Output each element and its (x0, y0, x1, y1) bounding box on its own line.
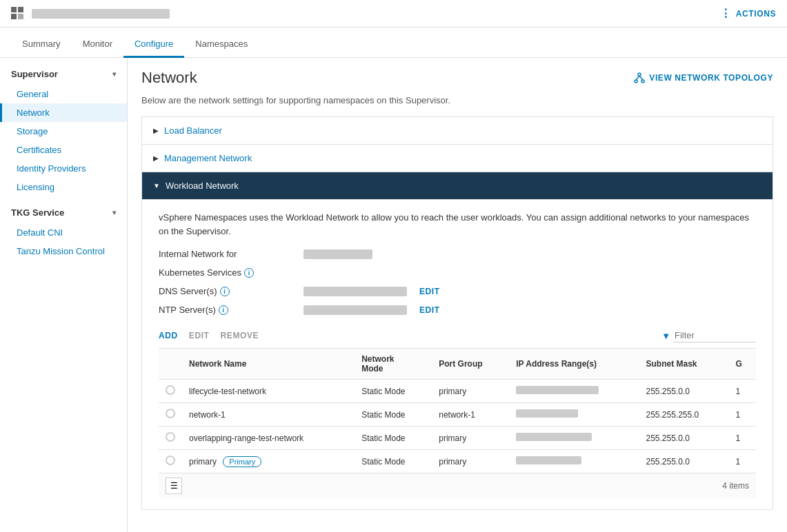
th-ip-address: IP Address Range(s) (509, 349, 639, 380)
edit-button[interactable]: EDIT (189, 331, 210, 340)
accordion: ▶ Load Balancer ▶ Management Network ▼ W… (141, 116, 773, 510)
sidebar-item-tanzu-mission-control[interactable]: Tanzu Mission Control (0, 242, 127, 260)
row3-port-group: primary (432, 427, 509, 450)
dns-info-icon[interactable]: i (220, 287, 230, 296)
filter-input[interactable] (673, 329, 756, 342)
radio-row1[interactable] (166, 385, 175, 395)
sidebar-item-certificates[interactable]: Certificates (0, 141, 127, 159)
row4-select[interactable] (159, 450, 182, 473)
radio-row3[interactable] (166, 432, 175, 442)
tab-summary[interactable]: Summary (11, 32, 72, 58)
network-table: Network Name NetworkMode Port Group IP A… (159, 348, 756, 473)
th-subnet-mask: Subnet Mask (639, 349, 728, 380)
accordion-workload-network: ▼ Workload Network vSphere Namespaces us… (142, 172, 773, 509)
internal-network-row: Internal Network for (159, 249, 756, 259)
view-network-topology-link[interactable]: VIEW NETWORK TOPOLOGY (634, 72, 773, 83)
top-bar-left (11, 7, 170, 21)
row1-select[interactable] (159, 380, 182, 403)
row1-ip (509, 380, 639, 403)
main-content: Network VIEW NETWORK TOPOLOGY Below are … (128, 58, 787, 532)
row3-select[interactable] (159, 427, 182, 450)
dns-edit-button[interactable]: EDIT (419, 287, 440, 296)
actions-label: ACTIONS (736, 9, 776, 19)
th-select (159, 349, 182, 380)
sidebar-item-default-cni[interactable]: Default CNI (0, 223, 127, 242)
dns-servers-value (303, 287, 407, 296)
tab-monitor[interactable]: Monitor (72, 32, 123, 58)
row3-g: 1 (729, 427, 756, 450)
sidebar-item-storage[interactable]: Storage (0, 122, 127, 141)
sidebar-supervisor-header[interactable]: Supervisor ▾ (0, 63, 127, 85)
svg-rect-1 (18, 7, 23, 12)
content-description: Below are the network settings for suppo… (141, 95, 773, 105)
table-row: primary Primary Static Mode primary 255.… (159, 450, 756, 473)
svg-point-5 (635, 80, 637, 83)
sidebar-tkg-label: TKG Service (11, 207, 64, 218)
content-header: Network VIEW NETWORK TOPOLOGY (141, 69, 773, 87)
row2-select[interactable] (159, 403, 182, 427)
actions-dots-icon: ⋮ (720, 7, 732, 20)
row1-port-group: primary (432, 380, 509, 403)
radio-row4[interactable] (166, 456, 175, 465)
view-topology-label: VIEW NETWORK TOPOLOGY (649, 73, 773, 83)
accordion-header-load-balancer[interactable]: ▶ Load Balancer (142, 117, 773, 144)
ntp-servers-row: NTP Server(s) i EDIT (159, 305, 756, 315)
table-toolbar: ADD EDIT REMOVE ▼ (159, 323, 756, 342)
row2-g: 1 (729, 403, 756, 427)
sidebar-item-general[interactable]: General (0, 85, 127, 103)
row2-subnet: 255.255.255.0 (639, 403, 728, 427)
row1-mode: Static Mode (355, 380, 432, 403)
accordion-header-management-network[interactable]: ▶ Management Network (142, 145, 773, 172)
table-row: lifecycle-test-network Static Mode prima… (159, 380, 756, 403)
add-button[interactable]: ADD (159, 331, 178, 340)
row4-ip (509, 450, 639, 473)
accordion-header-workload-network[interactable]: ▼ Workload Network (142, 172, 773, 199)
sidebar-item-identity-providers[interactable]: Identity Providers (0, 159, 127, 178)
row2-port-group: network-1 (432, 403, 509, 427)
accordion-load-balancer: ▶ Load Balancer (142, 117, 773, 145)
row1-ip-bar (516, 386, 599, 394)
row3-mode: Static Mode (355, 427, 432, 450)
th-network-mode: NetworkMode (355, 349, 432, 380)
ntp-servers-value (303, 305, 407, 315)
load-balancer-title: Load Balancer (164, 125, 222, 136)
accordion-management-network: ▶ Management Network (142, 145, 773, 172)
svg-point-4 (638, 73, 641, 76)
column-toggle-button[interactable]: ☰ (166, 478, 182, 494)
management-network-chevron-icon: ▶ (153, 154, 159, 162)
ntp-servers-label: NTP Server(s) i (159, 305, 297, 315)
table-row: network-1 Static Mode network-1 255.255.… (159, 403, 756, 427)
sidebar-tkg-service-header[interactable]: TKG Service ▾ (0, 202, 127, 223)
tkg-chevron-icon: ▾ (112, 209, 116, 216)
app-logo-icon (11, 7, 25, 21)
workload-network-title: Workload Network (166, 181, 239, 191)
tab-configure[interactable]: Configure (123, 32, 184, 58)
row1-name: lifecycle-test-network (182, 380, 355, 403)
row2-mode: Static Mode (355, 403, 432, 427)
ntp-info-icon[interactable]: i (219, 305, 228, 315)
row4-g: 1 (729, 450, 756, 473)
sidebar-item-licensing[interactable]: Licensing (0, 178, 127, 196)
sidebar-item-network[interactable]: Network (0, 103, 127, 122)
kubernetes-services-info-icon[interactable]: i (244, 268, 254, 278)
table-row: overlapping-range-test-network Static Mo… (159, 427, 756, 450)
workload-network-chevron-icon: ▼ (153, 182, 160, 190)
th-network-name: Network Name (182, 349, 355, 380)
remove-button[interactable]: REMOVE (221, 331, 259, 340)
internal-network-label: Internal Network for (159, 249, 297, 259)
main-layout: Supervisor ▾ General Network Storage Cer… (0, 58, 787, 532)
row3-ip (509, 427, 639, 450)
svg-point-6 (641, 80, 644, 83)
row2-name: network-1 (182, 403, 355, 427)
row1-subnet: 255.255.0.0 (639, 380, 728, 403)
actions-button[interactable]: ⋮ ACTIONS (720, 7, 776, 20)
svg-rect-3 (18, 14, 23, 19)
row2-ip (509, 403, 639, 427)
ntp-edit-button[interactable]: EDIT (419, 305, 440, 315)
dns-servers-row: DNS Server(s) i EDIT (159, 286, 756, 296)
svg-rect-2 (11, 14, 17, 19)
tab-namespaces[interactable]: Namespaces (184, 32, 259, 58)
radio-row2[interactable] (166, 409, 175, 418)
kubernetes-services-label: Kubernetes Services i (159, 267, 297, 278)
sidebar: Supervisor ▾ General Network Storage Cer… (0, 58, 128, 532)
